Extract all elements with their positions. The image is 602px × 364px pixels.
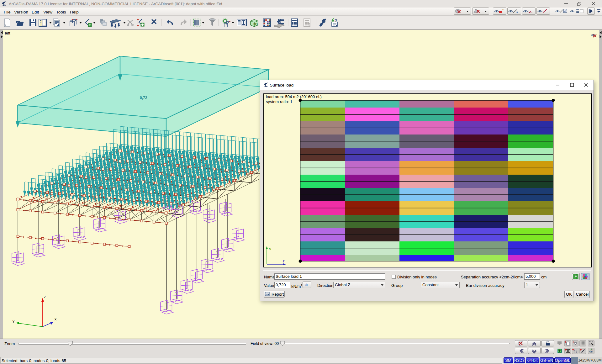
svg-text:11: 11 (515, 11, 518, 14)
svg-text:s: s (269, 246, 271, 251)
svg-text:?: ? (335, 18, 337, 23)
svg-text:❄: ❄ (305, 283, 308, 287)
svg-text:y: y (13, 319, 14, 323)
svg-text:11: 11 (502, 8, 505, 11)
svg-text:z: z (44, 295, 46, 299)
svg-text:x: x (55, 317, 56, 321)
svg-text:0,72: 0,72 (140, 96, 147, 100)
svg-text:r: r (283, 259, 285, 263)
svg-text:3D: 3D (253, 22, 258, 26)
